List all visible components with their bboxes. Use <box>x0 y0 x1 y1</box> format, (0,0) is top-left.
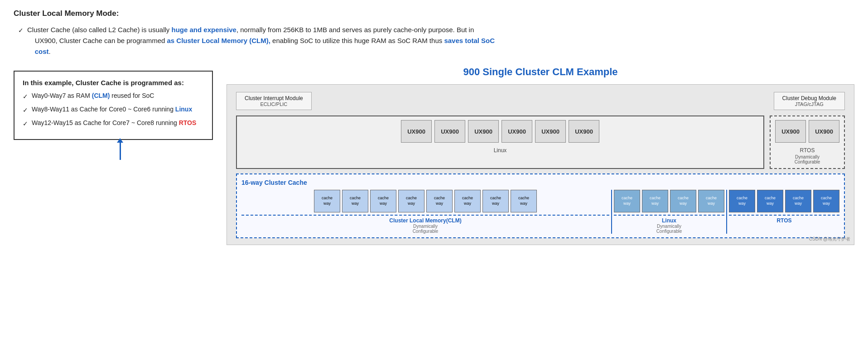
rtos-ways: cacheway cacheway cacheway cacheway <box>729 190 839 212</box>
clm-way-5: cacheway <box>454 190 481 212</box>
cache-section-title: 16-way Cluster Cache <box>241 179 839 186</box>
rtos-dynamic-label: DynamicallyConfigurable <box>795 154 820 164</box>
desc2-bold2: saves total SoC <box>444 37 495 44</box>
linux-cluster: UX900 UX900 UX900 UX900 UX900 UX900 Linu… <box>236 116 764 169</box>
desc2-bold: as Cluster Local Memory (CLM), <box>167 37 270 44</box>
desc1-suffix: , normally from 256KB to 1MB and serves … <box>236 26 474 34</box>
rtos-way-3: cacheway <box>813 190 839 212</box>
diagram-title: 900 Single Cluster CLM Example <box>227 66 854 78</box>
clm-way-1: cacheway <box>342 190 368 212</box>
linux-core-2: UX900 <box>434 120 465 143</box>
rtos-cluster-label: RTOS <box>800 147 815 154</box>
bullet3-bold: RTOS <box>179 119 197 126</box>
arrow-shaft <box>120 142 121 160</box>
example-bullet-2: ✓ Way8-Way11 as Cache for Core0 ~ Core6 … <box>23 105 204 115</box>
clm-region: cacheway cacheway cacheway cacheway cach… <box>241 190 609 234</box>
rtos-cache-label: RTOS <box>776 217 791 224</box>
bullet2-bold: Linux <box>175 106 192 113</box>
arrow-container <box>14 142 213 160</box>
top-modules-row: Cluster Interrupt Module ECLIC/PLIC Clus… <box>236 92 845 110</box>
arrow-head <box>117 138 123 143</box>
clm-border-top <box>241 215 609 216</box>
example-box: In this example, Cluster Cache is progra… <box>14 71 213 140</box>
main-content: In this example, Cluster Cache is progra… <box>14 66 854 245</box>
clm-way-7: cacheway <box>511 190 537 212</box>
interrupt-module-title: Cluster Interrupt Module <box>245 95 303 101</box>
clm-way-2: cacheway <box>370 190 396 212</box>
checkmark-icon-3: ✓ <box>23 119 28 129</box>
debug-module: Cluster Debug Module JTAG/cJTAG <box>774 92 845 110</box>
clm-way-3: cacheway <box>398 190 424 212</box>
clm-linux-divider <box>611 190 612 234</box>
linux-cache-label: Linux <box>662 217 676 224</box>
bullet2-prefix: Way8-Way11 as Cache for Core0 ~ Core6 ru… <box>32 106 175 113</box>
clm-way-4: cacheway <box>426 190 453 212</box>
linux-way-3: cacheway <box>698 190 724 212</box>
rtos-border-top <box>729 215 839 216</box>
spacer <box>312 92 774 110</box>
linux-core-3: UX900 <box>468 120 499 143</box>
page-title: Cluster Local Memory Mode: <box>14 9 854 18</box>
clm-way-0: cacheway <box>314 190 340 212</box>
linux-border-top <box>614 215 724 216</box>
watermark: CSDN @珞光守护者 <box>809 236 850 242</box>
checkmark-icon-2: ✓ <box>23 106 28 115</box>
right-panel: 900 Single Cluster CLM Example Cluster I… <box>227 66 854 245</box>
rtos-way-1: cacheway <box>757 190 783 212</box>
rtos-core-1: UX900 <box>775 120 806 143</box>
rtos-cluster: UX900 UX900 RTOS DynamicallyConfigurable <box>770 116 845 169</box>
clm-ways: cacheway cacheway cacheway cacheway cach… <box>314 190 537 212</box>
linux-dynamic-label: DynamicallyConfigurable <box>656 224 682 234</box>
clm-label: Cluster Local Memory(CLM) <box>389 217 461 224</box>
checkmark-icon: ✓ <box>18 25 24 35</box>
linux-core-5: UX900 <box>535 120 566 143</box>
clusters-row: UX900 UX900 UX900 UX900 UX900 UX900 Linu… <box>236 116 845 169</box>
checkmark-icon-1: ✓ <box>23 92 28 101</box>
left-panel: In this example, Cluster Cache is progra… <box>14 66 213 160</box>
linux-core-1: UX900 <box>401 120 432 143</box>
example-bullet-3: ✓ Way12-Way15 as Cache for Core7 ~ Core8… <box>23 118 204 129</box>
desc2-prefix: UX900, Cluster Cache can be programmed <box>35 37 167 44</box>
clm-dynamic-label: DynamicallyConfigurable <box>413 224 439 234</box>
desc2-suffix: enabling SoC to utilize this huge RAM as… <box>270 37 444 44</box>
desc3: cost <box>35 48 49 55</box>
linux-way-2: cacheway <box>670 190 696 212</box>
cache-ways-container: cacheway cacheway cacheway cacheway cach… <box>241 190 839 234</box>
linux-rtos-divider <box>726 190 727 234</box>
example-bullet-1: ✓ Way0-Way7 as RAM (CLM) reused for SoC <box>23 91 204 101</box>
bullet1-prefix: Way0-Way7 as RAM <box>32 92 92 99</box>
debug-module-sub: JTAG/cJTAG <box>782 101 836 107</box>
clm-way-6: cacheway <box>482 190 509 212</box>
rtos-cores-row: UX900 UX900 <box>775 120 839 143</box>
desc1-bold: huge and expensive <box>171 26 236 34</box>
linux-cluster-label: Linux <box>494 147 507 154</box>
example-box-title: In this example, Cluster Cache is progra… <box>23 79 204 87</box>
linux-cores-row: UX900 UX900 UX900 UX900 UX900 UX900 <box>401 120 599 143</box>
desc1-prefix: Cluster Cache (also called L2 Cache) is … <box>27 26 171 34</box>
bullet1-suffix: reused for SoC <box>110 92 154 99</box>
interrupt-module: Cluster Interrupt Module ECLIC/PLIC <box>236 92 312 110</box>
description-bullet-1: ✓ Cluster Cache (also called L2 Cache) i… <box>18 24 854 57</box>
diagram-outer: Cluster Interrupt Module ECLIC/PLIC Clus… <box>227 84 854 245</box>
cache-section: 16-way Cluster Cache cacheway cacheway c… <box>236 173 845 238</box>
rtos-core-2: UX900 <box>809 120 839 143</box>
rtos-way-2: cacheway <box>785 190 811 212</box>
desc3-suffix: . <box>49 48 51 55</box>
linux-ways: cacheway cacheway cacheway cacheway <box>614 190 724 212</box>
debug-module-title: Cluster Debug Module <box>782 95 836 101</box>
rtos-cache-region: cacheway cacheway cacheway cacheway RTOS <box>729 190 839 234</box>
interrupt-module-sub: ECLIC/PLIC <box>245 101 303 107</box>
bullet1-bold: (CLM) <box>92 92 110 99</box>
linux-core-6: UX900 <box>569 120 599 143</box>
linux-cache-region: cacheway cacheway cacheway cacheway Linu… <box>614 190 724 234</box>
linux-core-4: UX900 <box>502 120 532 143</box>
rtos-way-0: cacheway <box>729 190 755 212</box>
linux-way-0: cacheway <box>614 190 640 212</box>
linux-way-1: cacheway <box>642 190 668 212</box>
bullet3-prefix: Way12-Way15 as Cache for Core7 ~ Core8 r… <box>32 119 179 126</box>
